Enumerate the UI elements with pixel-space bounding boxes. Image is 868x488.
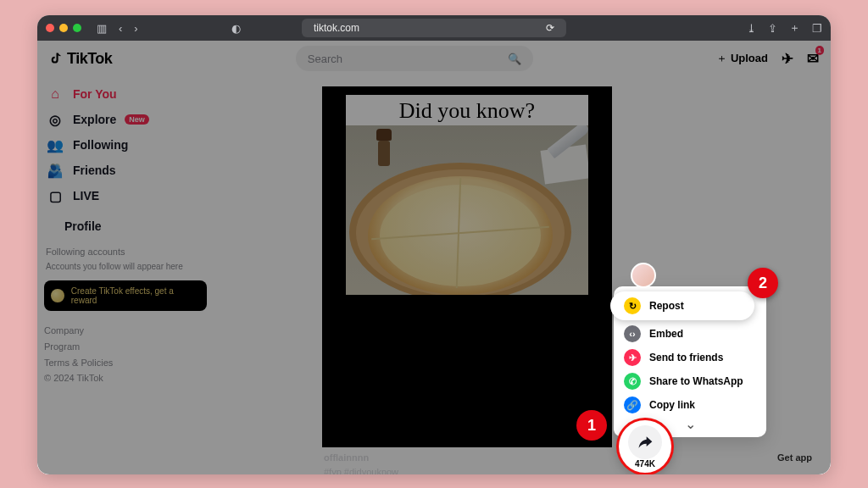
sidebar-item-label: Following [73,138,128,152]
downloads-icon[interactable]: ⤓ [747,22,756,35]
sidebar-item-following[interactable]: 👥 Following [44,132,207,158]
video-caption[interactable]: #fyp #didyouknow [324,465,610,475]
shield-icon[interactable]: ◐ [231,22,241,35]
share-label: Embed [649,328,683,340]
get-app-button[interactable]: Get app [771,449,819,466]
browser-chrome: ▥ ‹ › ◐ tiktok.com ⟳ ⤓ ⇪ ＋ ❐ [37,15,831,41]
author-avatar[interactable] [631,263,656,288]
sidebar-item-label: Profile [64,219,102,233]
share-menu: ↻ Repost ‹› Embed ✈ Send to friends ✆ Sh… [614,286,766,437]
upload-button[interactable]: ＋ Upload [716,51,768,66]
address-url: tiktok.com [314,22,359,34]
sidebar-item-label: Explore [73,113,116,126]
top-bar: TikTok Search 🔍 ＋ Upload ✈ ✉1 [37,41,831,76]
nav-back-icon[interactable]: ‹ [119,22,122,35]
sidebar-item-label: Friends [73,164,116,177]
share-option-embed[interactable]: ‹› Embed [614,322,766,346]
video-player[interactable]: Did you know? [322,86,612,447]
share-count: 474K [635,459,655,469]
sidebar-item-profile[interactable]: Profile [44,214,207,239]
link-icon: 🔗 [624,396,641,413]
compass-icon: ◎ [46,112,64,128]
video-image [346,125,588,295]
address-bar[interactable]: tiktok.com ⟳ [302,19,566,37]
share-option-copy-link[interactable]: 🔗 Copy link [614,393,766,417]
minimize-window-icon[interactable] [59,24,68,32]
search-placeholder: Search [308,53,342,65]
sidebar-item-label: LIVE [73,189,99,202]
users-icon: 👥 [46,137,64,153]
annotation-2: 2 [748,268,778,298]
embed-icon: ‹› [624,325,641,342]
share-label: Copy link [649,399,695,411]
share-option-repost[interactable]: ↻ Repost [610,291,754,320]
sidebar-item-explore[interactable]: ◎ Explore New [44,107,207,132]
sidebar: ⌂ For You ◎ Explore New 👥 Following 🫂 Fr… [37,76,215,395]
close-window-icon[interactable] [46,24,54,32]
share-arrow-icon [637,434,654,451]
coin-icon [51,289,64,302]
annotation-1: 1 [576,410,607,441]
sidebar-footer: Company Program Terms & Policies © 2024 … [44,323,207,386]
share-label: Repost [649,300,684,312]
effects-cta[interactable]: Create TikTok effects, get a reward [44,280,207,311]
tabs-overview-icon[interactable]: ❐ [812,22,822,35]
zoom-window-icon[interactable] [73,24,81,32]
video-content: Did you know? [346,95,588,295]
share-option-send[interactable]: ✈ Send to friends [614,346,766,369]
sidebar-item-label: For You [73,87,117,101]
share-browser-icon[interactable]: ⇪ [768,22,777,35]
messages-icon[interactable]: ✈ [782,50,793,68]
friends-icon: 🫂 [46,163,64,179]
share-option-whatsapp[interactable]: ✆ Share to WhatsApp [614,369,766,393]
chevron-down-icon: ⌄ [685,417,696,431]
sidebar-toggle-icon[interactable]: ▥ [97,22,107,35]
sidebar-item-for-you[interactable]: ⌂ For You [44,81,207,107]
new-badge: New [125,114,149,125]
browser-window: ▥ ‹ › ◐ tiktok.com ⟳ ⤓ ⇪ ＋ ❐ TikTok Sear… [37,15,831,474]
sidebar-item-friends[interactable]: 🫂 Friends [44,158,207,183]
tiktok-note-icon [49,52,64,66]
video-feed: Did you know? offlainnnn #fyp #didyoukno… [322,86,612,474]
footer-program[interactable]: Program [44,339,207,355]
send-icon: ✈ [624,349,641,366]
inbox-badge: 1 [815,46,824,55]
share-label: Share to WhatsApp [649,375,743,387]
video-meta: offlainnnn #fyp #didyouknow ♫ Originalto… [322,447,612,474]
search-input[interactable]: Search 🔍 [296,46,533,71]
whatsapp-icon: ✆ [624,373,641,390]
share-label: Send to friends [649,352,723,363]
video-username[interactable]: offlainnnn [324,451,610,465]
tiktok-app: TikTok Search 🔍 ＋ Upload ✈ ✉1 ⌂ For You … [37,41,831,474]
footer-company[interactable]: Company [44,323,207,339]
inbox-icon[interactable]: ✉1 [807,50,819,68]
effects-cta-text: Create TikTok effects, get a reward [71,286,200,305]
video-overlay-text: Did you know? [346,95,588,125]
live-icon: ▢ [46,188,64,204]
search-icon[interactable]: 🔍 [508,53,521,65]
home-icon: ⌂ [46,86,64,102]
nav-forward-icon[interactable]: › [134,22,137,35]
traffic-lights[interactable] [46,24,81,32]
share-button[interactable]: 474K [619,420,671,473]
sidebar-item-live[interactable]: ▢ LIVE [44,183,207,208]
repost-icon: ↻ [624,297,641,314]
following-heading: Following accounts [46,246,207,258]
new-tab-icon[interactable]: ＋ [789,20,800,36]
following-note: Accounts you follow will appear here [46,261,207,272]
tiktok-logo[interactable]: TikTok [49,50,112,68]
footer-terms[interactable]: Terms & Policies [44,355,207,371]
footer-copyright: © 2024 TikTok [44,370,207,386]
reload-icon[interactable]: ⟳ [546,22,554,34]
logo-text: TikTok [67,50,112,68]
